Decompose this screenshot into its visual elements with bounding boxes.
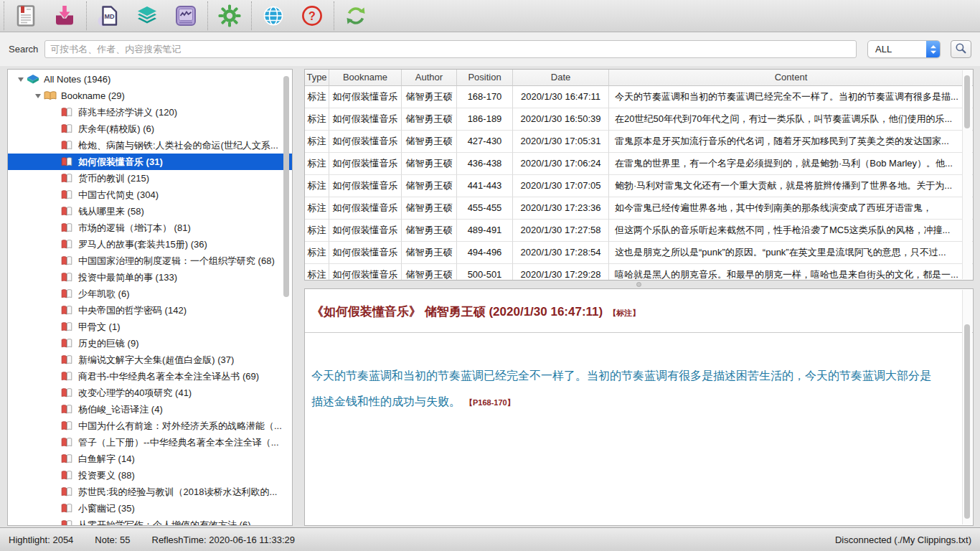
detail-position-tag: 【P168-170】 — [465, 398, 515, 407]
sidebar-item[interactable]: 商君书-中华经典名著全本全注全译丛书 (69) — [8, 368, 292, 385]
sync-button[interactable] — [343, 3, 369, 29]
notes-icon — [14, 4, 37, 27]
sidebar-item[interactable]: 白鱼解字 (14) — [8, 451, 292, 467]
sidebar-scrollbar-thumb[interactable] — [283, 76, 289, 297]
sidebar-item[interactable]: 市场的逻辑（增订本） (81) — [8, 220, 292, 236]
right-pane: TypeBooknameAuthorPositionDateContent 标注… — [304, 69, 974, 526]
book-icon — [61, 420, 75, 432]
panel-splitter[interactable] — [304, 281, 974, 288]
search-button[interactable] — [951, 40, 971, 58]
open-book-icon — [44, 90, 57, 102]
sidebar-panel: All Notes (1946)Bookname (29)薛兆丰经济学讲义 (1… — [7, 69, 293, 526]
sidebar-item-label: 罗马人的故事(套装共15册) (36) — [78, 238, 207, 251]
sidebar-item[interactable]: 甲骨文 (1) — [8, 319, 292, 335]
table-cell: 如何假装懂音乐 — [329, 108, 402, 131]
table-scrollbar-thumb[interactable] — [964, 75, 970, 128]
sidebar-item[interactable]: 少年凯歌 (6) — [8, 286, 292, 302]
sidebar-item[interactable]: 中国为什么有前途：对外经济关系的战略潜能（... — [8, 418, 292, 434]
sidebar-item[interactable]: 杨伯峻_论语译注 (4) — [8, 401, 292, 418]
detail-scrollbar-thumb[interactable] — [964, 324, 970, 519]
table-cell: 储智勇王硕 — [402, 220, 457, 242]
sidebar-item[interactable]: 历史的巨镜 (9) — [8, 335, 292, 352]
sidebar-item[interactable]: 罗马人的故事(套装共15册) (36) — [8, 236, 292, 253]
table-row[interactable]: 标注如何假装懂音乐储智勇王硕436-4382020/1/30 17:06:24在… — [305, 153, 973, 175]
table-row[interactable]: 标注如何假装懂音乐储智勇王硕427-4302020/1/30 17:05:31雷… — [305, 131, 973, 153]
web-icon — [262, 4, 285, 27]
table-cell: 在20世纪50年代到70年代之间，有过一类乐队，叫节奏蓝调乐队，他们使用的乐..… — [609, 108, 973, 131]
expand-triangle-icon[interactable] — [32, 94, 44, 98]
filter-dropdown[interactable]: ALL — [867, 40, 941, 58]
book-icon — [61, 288, 75, 300]
sidebar-scrollbar[interactable] — [282, 70, 291, 524]
dropdown-stepper-icon — [926, 41, 940, 57]
sidebar-item-label: Bookname (29) — [61, 90, 125, 101]
column-header-author[interactable]: Author — [402, 70, 457, 86]
sidebar-item[interactable]: 投资中最简单的事 (133) — [8, 269, 292, 286]
expand-triangle-icon[interactable] — [15, 77, 27, 82]
detail-scrollbar[interactable] — [962, 290, 972, 524]
status-connection: Disconnected (./My Clippings.txt) — [835, 534, 971, 545]
table-row[interactable]: 标注如何假装懂音乐储智勇王硕168-1702020/1/30 16:47:11今… — [305, 86, 973, 108]
table-row[interactable]: 标注如何假装懂音乐储智勇王硕186-1892020/1/30 16:50:39在… — [305, 108, 973, 131]
sidebar-item[interactable]: 如何假装懂音乐 (31) — [8, 154, 292, 170]
detail-type-tag: 【标注】 — [608, 309, 640, 317]
notes-button[interactable] — [13, 3, 39, 29]
sidebar-item[interactable]: Bookname (29) — [8, 88, 292, 104]
statistics-button[interactable] — [173, 3, 199, 29]
sidebar-item[interactable]: 小窗幽记 (35) — [8, 500, 292, 517]
table-row[interactable]: 标注如何假装懂音乐储智勇王硕441-4432020/1/30 17:07:05鲍… — [305, 175, 973, 197]
table-cell: 标注 — [305, 153, 329, 175]
sidebar-item[interactable]: 中国国家治理的制度逻辑：一个组织学研究 (68) — [8, 253, 292, 269]
sidebar-item[interactable]: 庆余年(精校版) (6) — [8, 121, 292, 137]
table-cell: 2020/1/30 17:05:31 — [513, 131, 609, 153]
table-scrollbar[interactable] — [962, 70, 972, 279]
column-header-type[interactable]: Type — [305, 70, 329, 86]
sidebar-item[interactable]: 管子（上下册）--中华经典名著全本全注全译（... — [8, 434, 292, 451]
import-button[interactable] — [52, 3, 77, 29]
layers-button[interactable] — [134, 3, 160, 29]
notes-table-panel: TypeBooknameAuthorPositionDateContent 标注… — [304, 69, 974, 281]
table-cell: 2020/1/30 17:29:28 — [513, 264, 609, 281]
sidebar-item[interactable]: 改变心理学的40项研究 (41) — [8, 385, 292, 401]
table-row[interactable]: 标注如何假装懂音乐储智勇王硕489-4912020/1/30 17:27:58但… — [305, 220, 973, 242]
table-row[interactable]: 标注如何假装懂音乐储智勇王硕500-5012020/1/30 17:29:28嘻… — [305, 264, 973, 281]
sidebar-item-label: 市场的逻辑（增订本） (81) — [78, 222, 191, 235]
book-icon — [61, 272, 75, 283]
sidebar-item[interactable]: 中国古代简史 (304) — [8, 187, 292, 203]
table-row[interactable]: 标注如何假装懂音乐储智勇王硕455-4552020/1/30 17:23:36如… — [305, 197, 973, 220]
table-cell: 储智勇王硕 — [402, 153, 457, 175]
web-button[interactable] — [260, 3, 286, 29]
markdown-button[interactable]: MD — [95, 3, 121, 29]
sidebar-item[interactable]: 投资要义 (88) — [8, 467, 292, 484]
settings-button[interactable] — [217, 3, 242, 29]
sidebar-item[interactable]: 中央帝国的哲学密码 (142) — [8, 302, 292, 319]
sidebar-item-label: 白鱼解字 (14) — [78, 453, 135, 466]
column-header-bookname[interactable]: Bookname — [329, 70, 402, 86]
search-input[interactable] — [44, 40, 857, 58]
table-cell: 标注 — [305, 197, 329, 220]
sidebar-item[interactable]: 薛兆丰经济学讲义 (120) — [8, 104, 292, 121]
sidebar-item-label: 少年凯歌 (6) — [78, 288, 130, 301]
sidebar-item[interactable]: 枪炮、病菌与钢铁:人类社会的命运(世纪人文系... — [8, 137, 292, 154]
column-header-date[interactable]: Date — [513, 70, 609, 86]
sidebar-item[interactable]: 货币的教训 (215) — [8, 170, 292, 187]
help-button[interactable]: ? — [299, 3, 325, 29]
column-header-content[interactable]: Content — [609, 70, 973, 86]
table-cell: 在雷鬼的世界里，有一个名字是必须提到的，就是鲍勃·马利（Bob Marley）。… — [609, 153, 973, 175]
sidebar-item[interactable]: 新编说文解字大全集(超值白金版) (37) — [8, 352, 292, 368]
table-cell: 2020/1/30 16:50:39 — [513, 108, 609, 131]
sidebar-item[interactable]: 钱从哪里来 (58) — [8, 203, 292, 220]
book-icon — [61, 453, 75, 465]
sidebar-item-label: 从零开始学写作：个人增值的有效方法 (6) — [78, 519, 251, 527]
column-header-position[interactable]: Position — [457, 70, 513, 86]
sidebar-item[interactable]: 从零开始学写作：个人增值的有效方法 (6) — [8, 517, 292, 526]
table-cell: 标注 — [305, 242, 329, 264]
book-icon — [61, 387, 75, 399]
table-cell: 但这两个乐队的音乐听起来截然不同，性手枪沿袭了MC5这类乐队的风格，冲撞... — [609, 220, 973, 242]
table-cell: 储智勇王硕 — [402, 108, 457, 131]
table-row[interactable]: 标注如何假装懂音乐储智勇王硕494-4962020/1/30 17:28:54这… — [305, 242, 973, 264]
table-cell: 储智勇王硕 — [402, 175, 457, 197]
table-cell: 500-501 — [457, 264, 513, 281]
sidebar-item[interactable]: All Notes (1946) — [8, 71, 292, 88]
sidebar-item[interactable]: 苏世民:我的经验与教训（2018读桥水达利欧的... — [8, 484, 292, 500]
